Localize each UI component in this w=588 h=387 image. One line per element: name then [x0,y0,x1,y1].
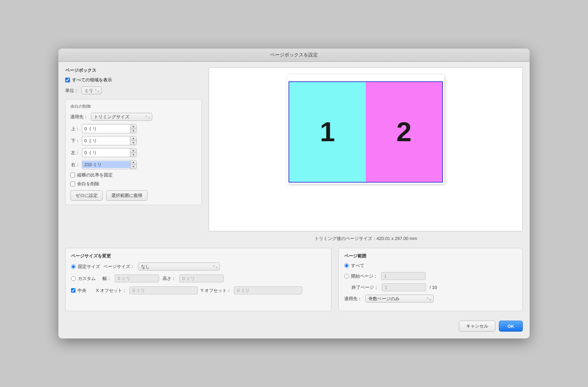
ok-button[interactable]: OK [499,321,523,332]
lock-ratio-label: 縦横の比率を固定 [77,172,113,178]
left-up-btn[interactable]: ▲ [130,148,136,153]
apply-to2-label: 適用先： [344,296,362,302]
width-input[interactable] [115,275,159,282]
height-input[interactable] [179,275,224,282]
unit-select[interactable]: ミリ [81,86,102,94]
lock-ratio-row: 縦横の比率を固定 [70,172,197,178]
apply-to-label: 適用先： [70,114,88,120]
dialog: ページボックスを設定 ページボックス すべての領域を表示 単位： ミリ ⌃⌄ [58,49,530,338]
x-offset-input[interactable] [129,286,198,294]
dialog-title: ページボックスを設定 [270,52,318,57]
all-pages-label: すべて [351,263,364,269]
top-input-wrapper: ▲ ▼ [82,124,137,133]
lock-ratio-checkbox[interactable] [70,173,75,177]
left-label: 左： [70,150,80,156]
unit-label: 単位： [65,88,79,94]
page-box-section-label: ページボックス [65,67,202,74]
apply-to-select[interactable]: トリミングサイズ [91,113,152,121]
show-all-checkbox[interactable] [65,78,70,82]
bottom-label: 下： [70,138,80,144]
right-label: 右： [70,162,80,168]
right-input-wrapper: ▲ ▼ [82,160,137,169]
preview-container: 1 2 [209,67,523,231]
custom-radio[interactable] [71,276,76,281]
center-checkbox[interactable] [71,288,75,293]
start-page-radio-label[interactable]: 開始ページ： [344,273,378,279]
total-pages-label: / 10 [430,285,437,290]
preview-panel: 1 2 トリミング後のページサイズ：420.01 x 297.00 mm [209,67,523,242]
top-stepper: ▲ ▼ [130,124,136,133]
width-label: 幅： [102,276,111,282]
height-label: 高さ： [163,276,176,282]
left-stepper: ▲ ▼ [130,148,136,157]
all-pages-radio[interactable] [344,263,349,268]
page1-number: 1 [320,116,335,148]
start-page-label: 開始ページ： [351,273,378,279]
right-down-btn[interactable]: ▼ [130,165,136,169]
bottom-stepper: ▲ ▼ [130,136,136,145]
restore-button[interactable]: 選択範囲に復帰 [106,190,148,201]
right-up-btn[interactable]: ▲ [130,160,136,165]
all-pages-radio-label[interactable]: すべて [344,263,364,269]
top-label: 上： [70,126,80,132]
bottom-up-btn[interactable]: ▲ [130,136,136,141]
left-input-wrapper: ▲ ▼ [82,148,137,157]
top-input[interactable] [82,125,130,132]
unit-select-wrapper[interactable]: ミリ ⌃⌄ [81,86,102,94]
page-size-select-wrapper[interactable]: なし ⌃⌄ [138,263,220,270]
y-offset-label: Y オフセット： [200,288,231,294]
top-up-btn[interactable]: ▲ [130,124,136,129]
page-size-section: ページサイズを変更 固定サイズ ページサイズ： なし ⌃⌄ [65,248,332,311]
margin-control-box: 余白の制御 適用先： トリミングサイズ ⌃⌄ 上： [65,99,202,205]
y-offset-input[interactable] [234,286,302,294]
footer: キャンセル OK [65,317,523,332]
apply-to2-select[interactable]: 奇数ページのみ 偶数ページのみ すべてのページ [365,295,434,303]
title-bar: ページボックスを設定 [58,49,530,62]
custom-label: カスタム [78,276,96,282]
show-all-label: すべての領域を表示 [72,77,112,83]
top-down-btn[interactable]: ▼ [130,129,136,133]
page-inner: 1 2 [289,81,443,183]
page-range-section-label: ページ範囲 [344,253,517,259]
left-down-btn[interactable]: ▼ [130,153,136,157]
x-offset-label: X オフセット： [96,288,127,294]
bottom-input[interactable] [82,137,130,144]
start-page-radio[interactable] [344,274,349,279]
delete-margin-row: 余白を削除 [70,181,197,187]
delete-margin-checkbox[interactable] [70,182,75,186]
preview-caption: トリミング後のページサイズ：420.01 x 297.00 mm [314,236,417,242]
bottom-down-btn[interactable]: ▼ [130,141,136,145]
page-right: 2 [366,82,442,182]
delete-margin-label: 余白を削除 [77,181,99,187]
right-input[interactable] [82,161,130,168]
bottom-input-wrapper: ▲ ▼ [82,136,137,145]
fixed-size-radio[interactable] [71,264,76,269]
margin-control-label: 余白の制御 [70,104,197,109]
page-preview: 1 2 [287,75,444,184]
page-size-section-label: ページサイズを変更 [71,253,326,259]
center-label: 中央 [78,288,86,294]
end-page-input[interactable] [382,283,426,291]
left-input[interactable] [82,149,130,156]
start-page-input[interactable] [381,272,425,280]
cancel-button[interactable]: キャンセル [459,321,495,332]
custom-radio-label[interactable]: カスタム [71,276,96,282]
page-size-label: ページサイズ： [103,264,135,270]
reset-button[interactable]: ゼロに設定 [70,190,103,201]
end-page-label: 終了ページ： [352,284,378,291]
fixed-size-radio-label[interactable]: 固定サイズ [71,264,100,270]
fixed-size-label: 固定サイズ [78,264,100,270]
apply-to-select-wrapper[interactable]: トリミングサイズ ⌃⌄ [91,113,152,121]
page-size-select[interactable]: なし [138,263,220,270]
page-range-section: ページ範囲 すべて 開始ページ： 終了ページ： [338,248,523,311]
page2-number: 2 [396,116,412,148]
apply-to2-select-wrapper[interactable]: 奇数ページのみ 偶数ページのみ すべてのページ ⌃⌄ [365,295,434,303]
page-left: 1 [289,82,366,182]
right-stepper: ▲ ▼ [130,160,136,169]
